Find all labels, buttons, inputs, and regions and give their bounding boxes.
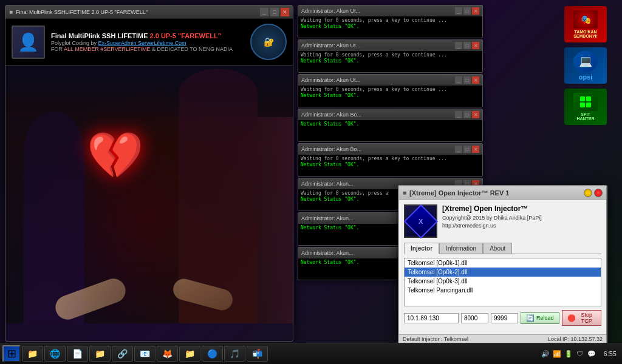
terminal-min-1[interactable]: _ [455,7,462,15]
terminal-text-3: Waiting for 0 seconds, press a key to co… [301,87,480,99]
desktop-icon-tamgikan[interactable]: 🎭 TAMGIKAN SEMBONYI! [555,6,616,42]
taskbar-btn-2[interactable]: 🌐 [44,346,66,362]
injector-app-name: [Xtreme] Open Injector™ [442,204,542,213]
ssh-window-title: Final MultiPlink SSHLIFETIME 2.0 UP-5 "F… [16,9,148,15]
taskbar-btn-8[interactable]: 📁 [179,346,200,362]
heart-icon: 💔 [87,129,144,183]
taskbar-btn-1[interactable]: 📁 [22,346,43,362]
terminal-body-3: Waiting for 0 seconds, press a key to co… [298,86,482,107]
terminal-controls-3: _ □ ✕ [455,76,479,84]
terminal-close-3[interactable]: ✕ [472,76,479,84]
list-item-4[interactable]: Telkomsel Pancingan.dll [405,286,601,295]
terminal-controls-2: _ □ ✕ [455,42,479,49]
tray-icon-2[interactable]: 📶 [552,349,562,359]
ssh-logo-icon: 🔐 [264,37,274,47]
terminal-min-3[interactable]: _ [455,76,462,84]
taskbar-btn-5[interactable]: 🔗 [112,346,133,362]
tray-icon-4[interactable]: 🛡 [575,349,585,359]
desktop-icon-spit[interactable]: SPIT HANTER [555,89,616,125]
injector-logo: X [404,204,437,238]
injector-info-block: [Xtreme] Open Injector™ Copyright@ 2015 … [442,204,542,229]
taskbar-btn-7[interactable]: 🦊 [157,346,178,362]
tab-information[interactable]: Information [439,243,483,254]
ssh-polyglot-line: Polyglot Coding by Ex-SuperAdmin ServerL… [51,40,244,46]
ssh-member-text: ALL MEMBER #SERVERLIFETIME [64,46,151,52]
terminal-max-3[interactable]: □ [463,76,471,84]
terminal-close-1[interactable]: ✕ [472,7,479,15]
terminal-close-5[interactable]: ✕ [472,146,479,153]
terminal-titlebar-3: Administrator: Akun Ut... _ □ ✕ [298,75,482,86]
reload-label: Reload [536,315,554,321]
terminal-min-5[interactable]: _ [455,146,462,153]
ssh-logo-badge: 🔐 [250,24,287,60]
ssh-maximize-button[interactable]: □ [270,8,279,16]
terminal-controls-1: _ □ ✕ [455,7,479,15]
terminal-max-1[interactable]: □ [463,7,471,15]
port2-input[interactable] [491,313,518,323]
reload-button[interactable]: 🔄 Reload [521,312,559,324]
terminal-min-2[interactable]: _ [455,42,462,49]
injector-titlebar: ■ [Xtreme] Open Injector™ REV 1 [399,186,606,200]
tray-icon-1[interactable]: 🔊 [541,349,550,359]
injector-ip-row: 🔄 Reload 🛑 Stop TCP [404,310,601,326]
taskbar-btn-4[interactable]: 📁 [89,346,111,362]
opsi-icon-image: 💻 opsi [564,47,607,84]
terminal-max-2[interactable]: □ [463,42,471,49]
ssh-image-area: 💔 [5,66,293,323]
start-button[interactable]: ⊞ [2,345,21,362]
ssh-dedicated-line: FOR ALL MEMBER #SERVERLIFETIME & DEDICAT… [51,46,244,52]
taskbar-btn-11[interactable]: 📬 [247,346,268,362]
desktop-icon-opsi[interactable]: 💻 opsi [555,47,616,84]
terminal-close-4[interactable]: ✕ [472,111,479,118]
terminal-title-2: Administrator: Akun Ut... [301,42,360,49]
taskbar-btn-3[interactable]: 📄 [67,346,88,362]
injector-copyright: Copyright@ 2015 by Dhika Andika [PaPi] [442,214,542,222]
list-item-3[interactable]: Telkomsel [Op0k-3].dll [405,277,601,286]
ssh-app-icon: ■ [9,8,13,15]
terminal-controls-5: _ □ ✕ [455,146,479,153]
tray-icon-3[interactable]: 🔋 [564,349,573,359]
terminal-text-1: Waiting for 0 seconds, press a key to co… [301,18,480,30]
terminal-title-4: Administrator: Akun Bo... [301,112,361,118]
injector-close-button[interactable] [594,189,603,197]
terminal-max-5[interactable]: □ [463,146,471,153]
ssh-minimize-button[interactable]: _ [260,8,268,16]
terminal-close-2[interactable]: ✕ [472,42,479,49]
ssh-version-up5: 2.0 UP-5 "FAREWELL" [150,32,221,39]
ssh-close-button[interactable]: ✕ [281,8,289,16]
ssh-avatar: 👤 [12,25,45,59]
taskbar-btn-6[interactable]: 📧 [134,346,156,362]
terminal-body-2: Waiting for 0 seconds, press a key to co… [298,51,482,72]
stop-tcp-button[interactable]: 🛑 Stop TCP [562,310,601,326]
stop-icon: 🛑 [567,314,576,322]
terminal-min-4[interactable]: _ [455,111,462,118]
terminal-window-3: Administrator: Akun Ut... _ □ ✕ Waiting … [298,74,483,107]
desktop: ■ Final MultiPlink SSHLIFETIME 2.0 UP-5 … [0,0,622,364]
taskbar-btn-9[interactable]: 🔵 [202,346,223,362]
tray-icon-5[interactable]: 💬 [587,349,596,359]
taskbar-btn-10[interactable]: 🎵 [224,346,245,362]
injector-title-area: ■ [Xtreme] Open Injector™ REV 1 [403,189,509,197]
ssh-polyglot-link[interactable]: Ex-SuperAdmin ServerLifetime.Com [98,40,186,46]
terminal-title-6: Administrator: Akun... [301,181,354,187]
injector-title-icon: ■ [403,189,406,196]
taskbar: ⊞ 📁 🌐 📄 📁 🔗 📧 🦊 📁 🔵 🎵 📬 🔊 📶 🔋 🛡 💬 6:55 [0,343,622,364]
terminal-text-5: Waiting for 0 seconds, press a key to co… [301,156,480,169]
ip-input[interactable] [404,313,459,323]
injector-statusbar: Default Injector : Telkomsel Local IP: 1… [399,334,606,343]
tab-about[interactable]: About [483,243,512,254]
list-item-2[interactable]: Telkomsel [Op0k-2].dll [405,268,601,277]
injector-minimize-button[interactable] [584,189,592,197]
terminal-max-4[interactable]: □ [463,111,471,118]
terminal-body-5: Waiting for 0 seconds, press a key to co… [298,155,482,176]
terminal-title-7: Administrator: Akun... [301,215,354,221]
tab-injector[interactable]: Injector [404,243,439,254]
injector-window-title: [Xtreme] Open Injector™ REV 1 [409,189,509,197]
list-item-1[interactable]: Telkomsel [Op0k-1].dll [405,258,601,268]
terminal-text-4: Network Status "OK". [301,121,480,127]
terminal-window-4: Administrator: Akun Bo... _ □ ✕ Network … [298,109,483,142]
injector-file-list[interactable]: Telkomsel [Op0k-1].dll Telkomsel [Op0k-2… [404,258,601,306]
port1-input[interactable] [461,313,488,323]
terminal-body-1: Waiting for 0 seconds, press a key to co… [298,16,482,38]
ssh-info-block: Final MultiPlink SSH LIFETIME 2.0 UP-5 "… [51,32,244,52]
